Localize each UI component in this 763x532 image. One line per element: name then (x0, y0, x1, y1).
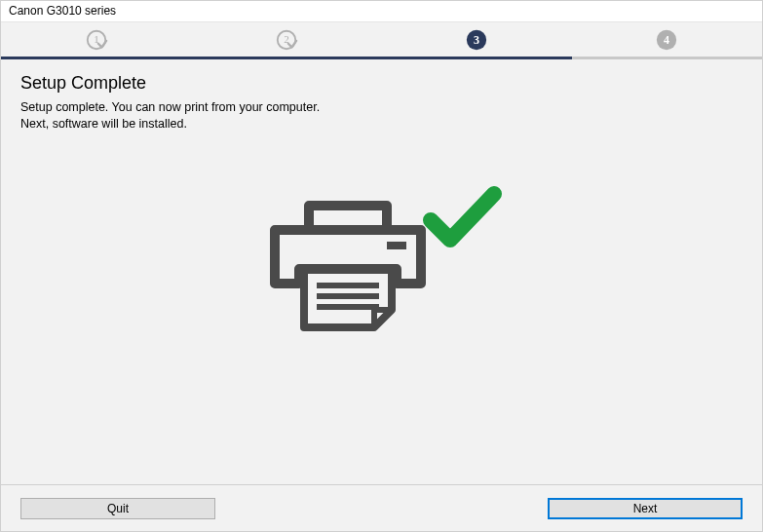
svg-rect-8 (387, 242, 406, 249)
illustration (20, 186, 743, 352)
step-4: 4 (572, 22, 762, 59)
footer: Quit Next (1, 484, 762, 531)
stepper: 1 2 3 (1, 22, 762, 59)
svg-text:4: 4 (664, 32, 669, 46)
svg-text:3: 3 (474, 32, 479, 46)
checkmark-icon (431, 194, 494, 240)
step-2-check-icon: 2 (275, 28, 298, 52)
step-1: 1 (1, 22, 191, 59)
printer-icon (275, 206, 421, 327)
step-2: 2 (191, 22, 381, 59)
quit-button[interactable]: Quit (20, 498, 215, 519)
step-4-icon: 4 (655, 28, 678, 52)
step-1-check-icon: 1 (85, 28, 108, 52)
page-body: Setup complete. You can now print from y… (20, 99, 743, 133)
titlebar: Canon G3010 series (1, 1, 762, 22)
next-button[interactable]: Next (548, 498, 743, 519)
page-title: Setup Complete (20, 73, 743, 94)
window-title: Canon G3010 series (9, 4, 116, 18)
step-3-active-icon: 3 (465, 28, 488, 52)
content-area: Setup Complete Setup complete. You can n… (1, 59, 762, 352)
step-3: 3 (382, 22, 572, 59)
installer-window: Canon G3010 series 1 2 (0, 0, 763, 532)
